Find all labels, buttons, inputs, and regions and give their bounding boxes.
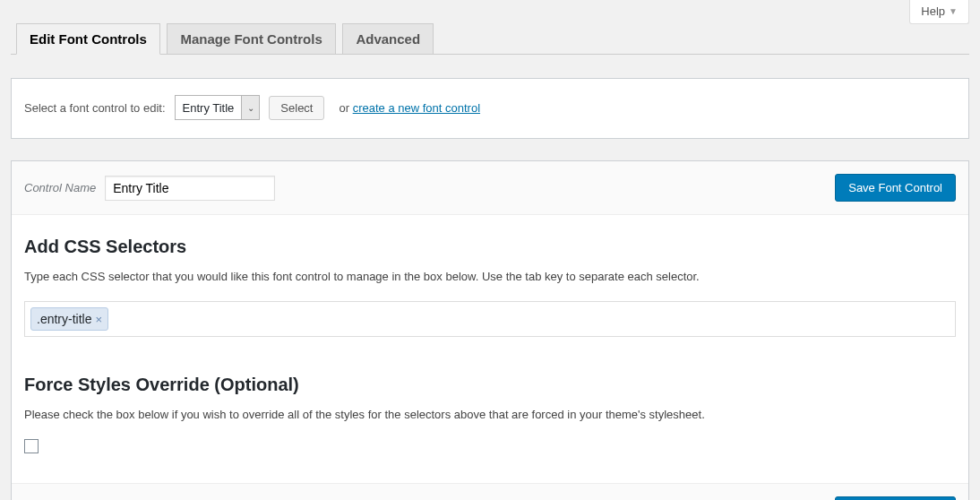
help-tab[interactable]: Help ▼ — [909, 0, 969, 24]
control-name-label: Control Name — [24, 181, 96, 194]
select-button[interactable]: Select — [269, 96, 324, 120]
selector-tag-text: .entry-title — [37, 312, 91, 326]
select-control-label: Select a font control to edit: — [24, 101, 166, 115]
tab-edit-font-controls[interactable]: Edit Font Controls — [16, 23, 160, 55]
control-name-input[interactable] — [105, 176, 275, 201]
form-header: Control Name Save Font Control — [12, 161, 968, 215]
save-button-bottom[interactable]: Save Font Control — [835, 496, 956, 500]
override-desc: Please check the box below if you wish t… — [24, 408, 956, 421]
override-heading: Force Styles Override (Optional) — [24, 375, 956, 395]
selector-tag: .entry-title × — [30, 307, 108, 331]
remove-tag-icon[interactable]: × — [93, 313, 102, 326]
create-new-link[interactable]: create a new font control — [353, 101, 480, 115]
form-footer: Delete Control Save Font Control — [12, 483, 968, 500]
form-body: Add CSS Selectors Type each CSS selector… — [12, 215, 968, 483]
help-label: Help — [921, 4, 945, 18]
or-word: or — [339, 101, 352, 115]
tab-advanced[interactable]: Advanced — [342, 23, 434, 54]
chevron-down-icon: ⌄ — [241, 96, 259, 119]
chevron-down-icon: ▼ — [949, 6, 958, 16]
dropdown-value: Entry Title — [176, 96, 242, 119]
css-selectors-input[interactable]: .entry-title × — [24, 301, 956, 337]
css-selectors-heading: Add CSS Selectors — [24, 237, 956, 257]
css-selectors-desc: Type each CSS selector that you would li… — [24, 270, 956, 283]
save-button-top[interactable]: Save Font Control — [835, 174, 956, 202]
select-control-panel: Select a font control to edit: Entry Tit… — [11, 78, 969, 139]
tab-manage-font-controls[interactable]: Manage Font Controls — [167, 23, 335, 54]
font-control-dropdown[interactable]: Entry Title ⌄ — [175, 95, 261, 120]
nav-tabs: Edit Font Controls Manage Font Controls … — [11, 23, 969, 55]
edit-control-panel: Control Name Save Font Control Add CSS S… — [11, 160, 969, 500]
override-checkbox[interactable] — [24, 439, 39, 453]
or-text: or create a new font control — [333, 101, 480, 115]
